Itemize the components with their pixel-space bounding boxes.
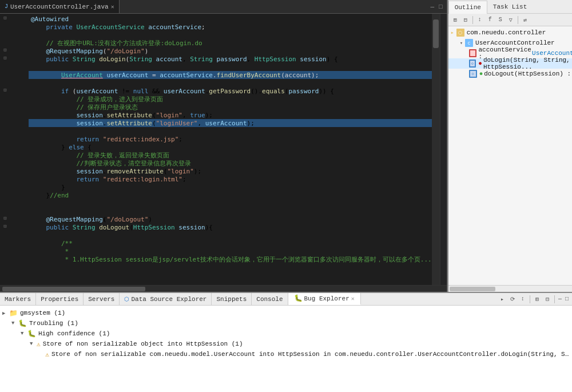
editor-hscrollbar[interactable] — [0, 285, 447, 292]
line-numbers — [10, 14, 29, 285]
outline-tab-bar: Outline Task List — □ ✕ — [448, 0, 572, 14]
code-line: // 登录成功，进入到登录页面 — [29, 95, 432, 103]
outline-item-method-logout[interactable]: ◇ ● doLogout(HttpSession) : String — [448, 69, 572, 79]
code-line: private UserAccountService accountServic… — [29, 23, 432, 31]
bottom-tab-bar: Markers Properties Servers ⬡ Data Source… — [0, 293, 572, 306]
toolbar-sort[interactable]: ↕ — [475, 15, 484, 25]
toolbar-collapse-all[interactable]: ⊞ — [451, 15, 460, 25]
code-line: return "redirect:index.jsp"; — [29, 135, 432, 143]
editor-vscrollbar[interactable] — [432, 14, 440, 285]
package-icon: ▸ — [451, 29, 454, 36]
tab-data-source[interactable]: ⬡ Data Source Explorer — [120, 293, 212, 305]
code-line — [29, 31, 432, 39]
code-line — [29, 63, 432, 71]
code-line: }//end — [29, 191, 432, 199]
code-line: } else { — [29, 143, 432, 151]
troubling-arrow: ▼ — [11, 320, 18, 326]
troubling-icon: 🐛 — [18, 319, 27, 328]
code-line-highlighted: UserAccount userAccount = accountService… — [29, 71, 432, 79]
gmsystem-folder-icon: 📁 — [9, 309, 18, 318]
bug-tree-item-store1[interactable]: ▼ ⚠ Store of non serializable object int… — [0, 339, 572, 349]
code-line: /** — [29, 239, 432, 247]
tab-properties[interactable]: Properties — [36, 293, 84, 305]
toolbar-sep1 — [472, 16, 473, 24]
code-line: //判断登录状态，清空登录信息再次登录 — [29, 159, 432, 167]
code-line: // 登录失败，返回登录失败页面 — [29, 151, 432, 159]
code-line: public String doLogin(String account, St… — [29, 55, 432, 63]
toolbar-expand-all[interactable]: ⊟ — [461, 15, 470, 25]
code-content[interactable]: @Autowired private UserAccountService ac… — [29, 14, 432, 285]
code-line: @RequestMapping("/doLogin") — [29, 47, 432, 55]
bottom-toolbar-btn2[interactable]: ⟳ — [508, 295, 517, 304]
bottom-toolbar-btn4[interactable]: ⊞ — [533, 295, 542, 304]
bug-tree-item-store2[interactable]: ⚠ Store of non serializable com.neuedu.m… — [0, 349, 572, 359]
code-line — [29, 127, 432, 135]
bottom-panel-toolbar: ▸ ⟳ ↕ ⊞ ⊟ — □ — [498, 295, 572, 304]
tab-markers[interactable]: Markers — [0, 293, 36, 305]
bottom-toolbar-btn5[interactable]: ⊟ — [543, 295, 552, 304]
tab-tasklist[interactable]: Task List — [487, 2, 533, 11]
toolbar-hide-static[interactable]: S — [496, 15, 505, 25]
toolbar-filter[interactable]: ▽ — [506, 15, 515, 25]
bottom-toolbar-sep2 — [554, 295, 555, 303]
code-line: return "redirect:login.html"; — [29, 175, 432, 183]
outline-toolbar: ⊞ ⊟ ↕ f S ▽ ⇄ — [448, 14, 572, 26]
expand-icon: ▾ — [460, 40, 463, 46]
code-line: session.removeAttribute("login"); — [29, 167, 432, 175]
code-line: } — [29, 183, 432, 191]
tab-outline[interactable]: Outline — [448, 1, 487, 14]
editor-gutter-left: ⊟ ⊟ ⊟ ⊟ — [0, 14, 10, 285]
code-line: * 1.HttpSession session是jsp/servlet技术中的会… — [29, 255, 432, 263]
code-line — [29, 79, 432, 87]
toolbar-link-editor[interactable]: ⇄ — [521, 15, 530, 25]
code-line-selected: session.setAttribute("loginUser", userAc… — [29, 119, 432, 127]
tab-snippets[interactable]: Snippets — [212, 293, 252, 305]
bug-tab-close[interactable]: ✕ — [351, 295, 355, 302]
editor-tab-file[interactable]: J UserAccountController.java ✕ — [0, 0, 120, 13]
bottom-toolbar-sep — [530, 295, 530, 303]
editor-minimize-btn[interactable]: — — [428, 3, 436, 10]
store1-icon: ⚠ — [37, 340, 41, 348]
outline-tree: ▸ ⬡ com.neuedu.controller ▾ C UserAccoun… — [448, 26, 572, 285]
bottom-toolbar-btn1[interactable]: ▸ — [498, 295, 507, 304]
editor-maximize-btn[interactable]: □ — [437, 3, 444, 10]
bottom-maximize-btn[interactable]: □ — [564, 296, 570, 302]
bug-tree-item-gmsystem[interactable]: ▶ 📁 gmsystem (1) — [0, 308, 572, 318]
bug-explorer-content: ▶ 📁 gmsystem (1) ▼ 🐛 Troubling (1) ▼ 🐛 H… — [0, 306, 572, 392]
highconf-arrow: ▼ — [21, 331, 27, 336]
code-line: // 保存用户登录状态 — [29, 103, 432, 111]
toolbar-sep2 — [518, 16, 518, 24]
outline-item-package[interactable]: ▸ ⬡ com.neuedu.controller — [448, 27, 572, 38]
tab-close-icon[interactable]: ✕ — [111, 3, 114, 10]
class-icon: C — [465, 39, 473, 47]
method-icon-login: ◇ — [469, 60, 476, 68]
data-source-icon: ⬡ — [124, 296, 129, 303]
code-line: // 在视图中URL:没有这个方法或许登录:doLogin.do — [29, 39, 432, 47]
bottom-panel: Markers Properties Servers ⬡ Data Source… — [0, 292, 572, 392]
bug-tree-item-highconf[interactable]: ▼ 🐛 High confidence (1) — [0, 328, 572, 339]
tab-console[interactable]: Console — [252, 293, 288, 305]
outline-item-method-login[interactable]: ◇ ● doLogin(String, String, HttpSessio..… — [448, 58, 572, 69]
method-icon-logout: ◇ — [469, 70, 477, 78]
toolbar-hide-fields[interactable]: f — [486, 15, 495, 25]
outline-hscrollbar[interactable] — [448, 285, 572, 292]
editor-minimap — [440, 14, 447, 285]
editor-tab-title: UserAccountController.java — [10, 3, 109, 10]
tab-bug-explorer[interactable]: 🐛 Bug Explorer ✕ — [288, 293, 361, 305]
bug-tree-item-troubling[interactable]: ▼ 🐛 Troubling (1) — [0, 318, 572, 328]
tab-servers[interactable]: Servers — [84, 293, 120, 305]
code-line — [29, 207, 432, 215]
package-icon-symbol: ⬡ — [456, 29, 464, 37]
code-line: public String doLogout(HttpSession sessi… — [29, 223, 432, 231]
bottom-minimize-btn[interactable]: — — [557, 296, 563, 302]
code-line: @RequestMapping("/doLogout") — [29, 215, 432, 223]
gmsystem-arrow: ▶ — [2, 310, 9, 316]
code-line: if (userAccount != null && userAccount.g… — [29, 87, 432, 95]
code-line — [29, 231, 432, 239]
code-line: session.setAttribute("login", true); — [29, 111, 432, 119]
code-line: * — [29, 247, 432, 255]
store1-arrow: ▼ — [30, 341, 37, 347]
code-line — [29, 199, 432, 207]
highconf-icon: 🐛 — [27, 330, 36, 338]
bottom-toolbar-btn3[interactable]: ↕ — [518, 295, 527, 304]
